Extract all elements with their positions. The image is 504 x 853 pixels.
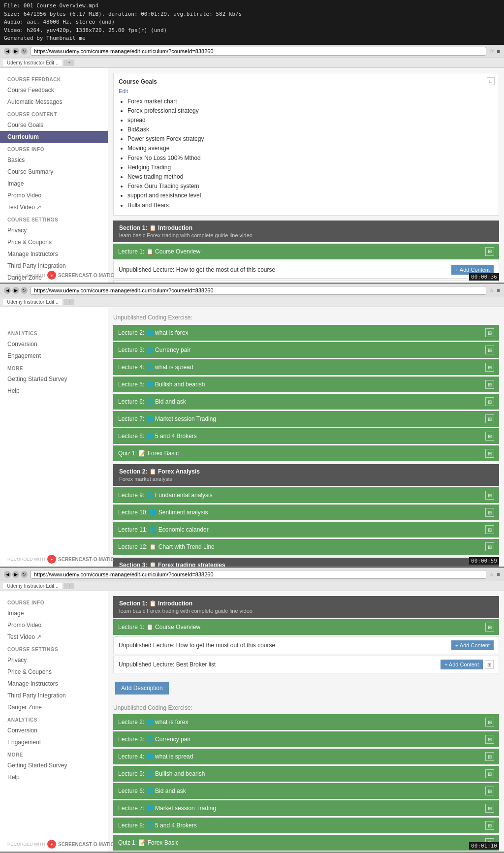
lecture-6-block3[interactable]: Lecture 6: 🌐 Bid and ask ⊞ xyxy=(113,783,499,799)
goal-item: support and resistance level xyxy=(127,191,494,200)
lecture-2b-lec7[interactable]: Lecture 7: 🌐 Market session Trading ⊞ xyxy=(113,411,499,427)
sidebar-item-engagement-2[interactable]: Engagement xyxy=(0,350,108,362)
tab-2b[interactable]: + xyxy=(63,299,74,305)
lecture-2b-lec2[interactable]: Lecture 2: 🌐 what is forex ⊞ xyxy=(113,325,499,341)
lecture-12-block2-expand[interactable]: ⊞ xyxy=(485,542,494,551)
sidebar-item-course-summary[interactable]: Course Summary xyxy=(0,166,108,178)
lecture-4-block3[interactable]: Lecture 4: 🌐 what is spread ⊞ xyxy=(113,749,499,764)
lecture-12-block2[interactable]: Lecture 12: 📋 Chart with Trend Line ⊞ xyxy=(113,539,499,555)
expand-btn-unp2-block3[interactable]: ⊞ xyxy=(485,660,494,669)
lecture-2b-lec6-expand[interactable]: ⊞ xyxy=(485,397,494,406)
refresh-button[interactable]: ↻ xyxy=(21,48,28,55)
sidebar-item-promo-3[interactable]: Promo Video xyxy=(0,619,108,631)
forward-button-3[interactable]: ▶ xyxy=(12,571,19,578)
url-bar-3[interactable] xyxy=(31,570,486,579)
back-button-3[interactable]: ◀ xyxy=(4,571,11,578)
lecture-11-block2[interactable]: Lecture 11: 🌐 Economic calander ⊞ xyxy=(113,522,499,537)
course-goals-edit[interactable]: Edit xyxy=(119,88,157,94)
lecture-10-block2-expand[interactable]: ⊞ xyxy=(485,508,494,517)
sidebar-item-instructors-3[interactable]: Manage Instructors xyxy=(0,678,108,690)
lecture-7-block3[interactable]: Lecture 7: 🌐 Market session Trading ⊞ xyxy=(113,800,499,816)
forward-button[interactable]: ▶ xyxy=(12,48,19,55)
sidebar-item-third-party[interactable]: Third Party Integration xyxy=(0,260,108,272)
add-content-btn-1-block3[interactable]: + Add Content xyxy=(451,640,494,650)
sidebar-item-help-3[interactable]: Help xyxy=(0,771,108,783)
lecture-2b-lec4-expand[interactable]: ⊞ xyxy=(485,363,494,372)
refresh-button-2[interactable]: ↻ xyxy=(21,287,28,294)
lecture-2b-lec6[interactable]: Lecture 6: 🌐 Bid and ask ⊞ xyxy=(113,394,499,410)
add-content-btn-2-block3[interactable]: + Add Content xyxy=(441,660,483,669)
sidebar-item-danger-3[interactable]: Danger Zone xyxy=(0,701,108,713)
active-tab-2[interactable]: Udemy Instructor Edit... xyxy=(3,299,62,305)
lecture-8-block3[interactable]: Lecture 8: 🌐 5 and 4 Brokers ⊞ xyxy=(113,818,499,833)
lecture-3-block3[interactable]: Lecture 3: 🌐 Currency pair ⊞ xyxy=(113,731,499,747)
sidebar-item-conversion-2[interactable]: Conversion xyxy=(0,338,108,350)
collapse-icon[interactable]: □ xyxy=(487,77,495,85)
active-tab-3[interactable]: Udemy Instructor Edit... xyxy=(3,583,62,589)
lecture-1-block3[interactable]: Lecture 1: 📋 Course Overview ⊞ xyxy=(113,619,499,635)
refresh-button-3[interactable]: ↻ xyxy=(21,571,28,578)
quiz-1-block2[interactable]: Quiz 1: 📝 Forex Basic ⊞ xyxy=(113,445,499,461)
lecture-2b-lec3-expand[interactable]: ⊞ xyxy=(485,346,494,354)
sidebar-item-course-feedback[interactable]: Course Feedback xyxy=(0,84,108,96)
url-bar-1[interactable] xyxy=(31,47,486,56)
lecture-5-block3-expand[interactable]: ⊞ xyxy=(485,769,494,778)
sidebar-item-price-coupons[interactable]: Price & Coupons xyxy=(0,236,108,248)
lecture-2b-lec5[interactable]: Lecture 5: 🌐 Bullish and bearish ⊞ xyxy=(113,377,499,392)
screencast-brand: SCREENCAST-O-MATIC xyxy=(58,273,114,278)
sidebar-item-engagement-3[interactable]: Engagement xyxy=(0,736,108,748)
lecture-10-block2[interactable]: Lecture 10: 🌐 Sentiment analysis ⊞ xyxy=(113,505,499,520)
sidebar-item-manage-instructors[interactable]: Manage Instructors xyxy=(0,248,108,260)
lecture-2b-lec5-expand[interactable]: ⊞ xyxy=(485,380,494,389)
back-button-2[interactable]: ◀ xyxy=(4,287,11,294)
lecture-2b-lec3[interactable]: Lecture 3: 🌐 Currency pair ⊞ xyxy=(113,342,499,358)
lecture-9-block2-expand[interactable]: ⊞ xyxy=(485,491,494,500)
sidebar-item-getting-started-2[interactable]: Getting Started Survey xyxy=(0,373,108,385)
lecture-6-block3-expand[interactable]: ⊞ xyxy=(485,787,494,795)
lecture-2b-lec7-expand[interactable]: ⊞ xyxy=(485,414,494,423)
lecture-7-block3-expand[interactable]: ⊞ xyxy=(485,804,494,813)
sidebar-item-image-3[interactable]: Image xyxy=(0,607,108,619)
url-bar-2[interactable] xyxy=(31,286,486,295)
lecture-1[interactable]: Lecture 1: 📋 Course Overview ⊞ xyxy=(113,244,499,259)
lecture-5-block3[interactable]: Lecture 5: 🌐 Bullish and bearish ⊞ xyxy=(113,766,499,782)
sidebar-item-privacy-3[interactable]: Privacy xyxy=(0,654,108,666)
lecture-2b-lec8-expand[interactable]: ⊞ xyxy=(485,432,494,441)
sidebar-item-curriculum[interactable]: Curriculum xyxy=(0,131,108,143)
lecture-1-expand[interactable]: ⊞ xyxy=(485,247,494,256)
sidebar-item-promo-video[interactable]: Promo Video xyxy=(0,190,108,201)
unpublished-1-label: Unpublished Lecture: How to get the most… xyxy=(119,266,275,273)
lecture-9-block2[interactable]: Lecture 9: 🌐 Fundamental analysis ⊞ xyxy=(113,487,499,503)
sidebar-item-basics[interactable]: Basics xyxy=(0,154,108,166)
lecture-2b-lec4[interactable]: Lecture 4: 🌐 what is spread ⊞ xyxy=(113,359,499,375)
lecture-2-block3[interactable]: Lecture 2: 🌐 what is forex ⊞ xyxy=(113,714,499,730)
sidebar-item-price-3[interactable]: Price & Coupons xyxy=(0,666,108,678)
active-tab-1[interactable]: Udemy Instructor Edit... xyxy=(3,60,62,66)
quiz-1-block2-expand[interactable]: ⊞ xyxy=(485,449,494,458)
lecture-2b-lec2-expand[interactable]: ⊞ xyxy=(485,328,494,337)
tab-2[interactable]: + xyxy=(63,60,74,66)
section-1-header: Section 1: 📋 Introduction learn basic Fo… xyxy=(113,221,499,242)
lecture-2b-lec8[interactable]: Lecture 8: 🌐 5 and 4 Brokers ⊞ xyxy=(113,428,499,444)
lecture-4-block3-expand[interactable]: ⊞ xyxy=(485,752,494,761)
sidebar-item-test-video-3[interactable]: Test Video ↗ xyxy=(0,631,108,643)
sidebar-item-image[interactable]: Image xyxy=(0,178,108,190)
lecture-8-block3-expand[interactable]: ⊞ xyxy=(485,821,494,830)
lecture-11-block2-expand[interactable]: ⊞ xyxy=(485,525,494,534)
sidebar-item-course-goals[interactable]: Course Goals xyxy=(0,119,108,131)
forward-button-2[interactable]: ▶ xyxy=(12,287,19,294)
sidebar-item-help-2[interactable]: Help xyxy=(0,385,108,397)
lecture-3-block3-expand[interactable]: ⊞ xyxy=(485,735,494,744)
tab-3b[interactable]: + xyxy=(63,583,74,589)
sidebar-item-privacy[interactable]: Privacy xyxy=(0,224,108,236)
back-button[interactable]: ◀ xyxy=(4,48,11,55)
lecture-1-block3-expand[interactable]: ⊞ xyxy=(485,623,494,632)
sidebar-item-third-party-3[interactable]: Third Party Integration xyxy=(0,690,108,701)
quiz-1-block3[interactable]: Quiz 1: 📝 Forex Basic ⊞ xyxy=(113,835,499,851)
sidebar-item-getting-started-3[interactable]: Getting Started Survey xyxy=(0,759,108,771)
add-description-btn-block3[interactable]: Add Description xyxy=(115,682,169,695)
lecture-2-block3-expand[interactable]: ⊞ xyxy=(485,718,494,727)
sidebar-item-conversion-3[interactable]: Conversion xyxy=(0,725,108,736)
sidebar-item-test-video[interactable]: Test Video ↗ xyxy=(0,201,108,213)
sidebar-item-automatic-messages[interactable]: Automatic Messages xyxy=(0,96,108,108)
